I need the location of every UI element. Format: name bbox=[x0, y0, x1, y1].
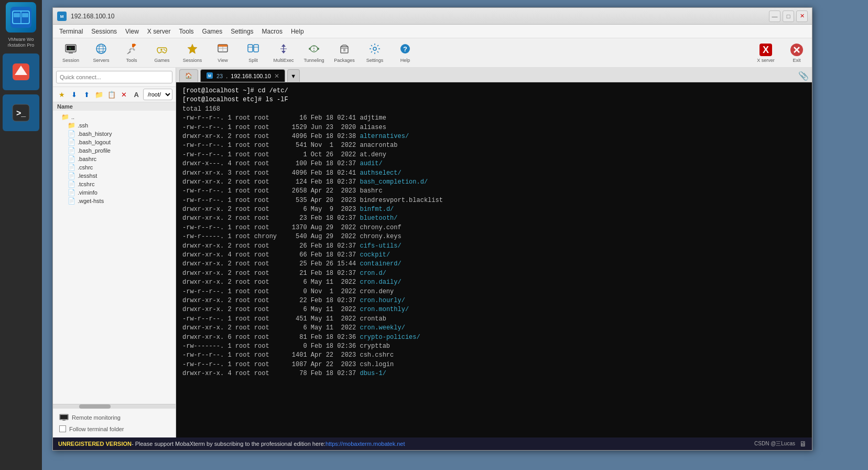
tree-item-bash-profile[interactable]: 📄 .bash_profile bbox=[53, 146, 176, 155]
tunneling-button[interactable]: Tunneling bbox=[299, 40, 329, 66]
view-icon bbox=[216, 42, 229, 57]
svg-point-23 bbox=[164, 49, 165, 50]
new-folder-button[interactable]: 📁 bbox=[93, 89, 105, 100]
tree-item-wget-hsts-label: .wget-hsts bbox=[78, 198, 104, 204]
sessions-button[interactable]: Sessions bbox=[178, 40, 207, 66]
packages-button[interactable]: Packages bbox=[330, 40, 359, 66]
terminal-line-1: [root@localhost ~]# cd /etc/ bbox=[182, 87, 806, 95]
download-button[interactable]: ⬇ bbox=[69, 89, 80, 100]
remote-monitoring-button[interactable]: Remote monitoring bbox=[56, 412, 172, 423]
games-button[interactable]: Games bbox=[147, 40, 177, 66]
copy-button[interactable]: 📋 bbox=[106, 89, 117, 100]
window-title: 192.168.100.10 bbox=[71, 13, 769, 20]
tab-close-button[interactable]: ✕ bbox=[274, 72, 279, 80]
view-label: View bbox=[218, 58, 227, 63]
tree-item-viminfo-label: .viminfo bbox=[78, 189, 97, 196]
packages-icon bbox=[338, 42, 351, 57]
tree-item-bash-profile-label: .bash_profile bbox=[78, 147, 111, 154]
text-format-button[interactable]: A bbox=[131, 89, 142, 100]
menu-terminal[interactable]: Terminal bbox=[55, 27, 87, 36]
tree-item-parent[interactable]: 📁 .. bbox=[53, 113, 176, 121]
tree-item-ssh-label: .ssh bbox=[78, 122, 88, 129]
status-link[interactable]: https://mobaxterm.mobatek.net bbox=[326, 441, 405, 447]
tools-button[interactable]: Tools bbox=[117, 40, 146, 66]
tree-item-ssh[interactable]: 📁 .ssh bbox=[53, 121, 176, 130]
settings-icon bbox=[368, 42, 381, 57]
split-label: Split bbox=[248, 58, 258, 63]
svg-rect-51 bbox=[60, 415, 68, 419]
terminal-line-9: drwxr-x---. 4 root root 100 Feb 18 02:37… bbox=[182, 159, 806, 168]
exit-button[interactable]: Exit bbox=[785, 42, 809, 63]
terminal-line-18: drwxr-xr-x. 2 root root 26 Feb 18 02:37 … bbox=[182, 242, 806, 251]
sidebar-scrollbar[interactable] bbox=[53, 404, 176, 408]
svg-rect-30 bbox=[248, 45, 253, 52]
settings-button[interactable]: Settings bbox=[360, 40, 389, 66]
tree-item-bash-history[interactable]: 📄 .bash_history bbox=[53, 130, 176, 138]
menu-view[interactable]: View bbox=[121, 27, 143, 36]
terminal-area: 🏠 M 23 . 192.168.100.10 ✕ ▼ bbox=[176, 68, 812, 437]
terminal-line-10: drwxr-xr-x. 3 root root 4096 Feb 18 02:4… bbox=[182, 169, 806, 178]
terminal-line-13: -rw-r--r--. 1 root root 535 Apr 20 2023 … bbox=[182, 196, 806, 205]
quick-connect-input[interactable] bbox=[56, 71, 172, 83]
menu-xserver[interactable]: X server bbox=[143, 27, 175, 36]
vmware-label: VMware Wo rkstation Pro bbox=[0, 37, 42, 48]
tree-item-bash-logout[interactable]: 📄 .bash_logout bbox=[53, 138, 176, 146]
menu-help[interactable]: Help bbox=[287, 27, 308, 36]
tree-item-tcshrc[interactable]: 📄 .tcshrc bbox=[53, 180, 176, 188]
file-icon-2: 📄 bbox=[68, 138, 75, 146]
upload-button[interactable]: ⬆ bbox=[81, 89, 92, 100]
xserver-button[interactable]: X X server bbox=[749, 42, 783, 63]
terminal-content[interactable]: [root@localhost ~]# cd /etc/ [root@local… bbox=[176, 82, 812, 437]
star-button[interactable]: ★ bbox=[56, 89, 68, 100]
tab-dropdown-button[interactable]: ▼ bbox=[287, 69, 300, 82]
split-icon bbox=[247, 42, 259, 57]
menu-tools[interactable]: Tools bbox=[175, 27, 198, 36]
close-button[interactable]: ✕ bbox=[796, 10, 808, 22]
tree-item-wget-hsts[interactable]: 📄 .wget-hsts bbox=[53, 197, 176, 205]
delete-button[interactable]: ✕ bbox=[118, 89, 130, 100]
menu-macros[interactable]: Macros bbox=[258, 27, 287, 36]
tree-item-lesshst-label: .lesshst bbox=[78, 173, 97, 179]
follow-terminal-checkbox[interactable] bbox=[59, 425, 66, 432]
tree-header: Name bbox=[53, 102, 176, 111]
servers-button[interactable]: Servers bbox=[86, 40, 116, 66]
vmware-tab-1[interactable] bbox=[3, 54, 39, 90]
tree-item-viminfo[interactable]: 📄 .viminfo bbox=[53, 188, 176, 197]
menu-sessions[interactable]: Sessions bbox=[87, 27, 121, 36]
tree-item-bash-logout-label: .bash_logout bbox=[78, 139, 111, 145]
path-selector[interactable]: /root/ bbox=[143, 89, 172, 100]
multiexec-icon bbox=[277, 42, 290, 57]
vmware-tab-2[interactable]: >_ bbox=[3, 94, 39, 131]
multiexec-button[interactable]: MultiExec bbox=[269, 40, 298, 66]
terminal-line-11: drwxr-xr-x. 2 root root 124 Feb 18 02:37… bbox=[182, 178, 806, 187]
session-tab[interactable]: M 23 . 192.168.100.10 ✕ bbox=[200, 69, 285, 82]
file-icon-6: 📄 bbox=[68, 172, 75, 179]
session-button[interactable]: $_ Session bbox=[56, 40, 85, 66]
home-icon: 🏠 bbox=[185, 72, 192, 79]
menu-games[interactable]: Games bbox=[198, 27, 227, 36]
tree-item-lesshst[interactable]: 📄 .lesshst bbox=[53, 172, 176, 180]
file-icon-7: 📄 bbox=[68, 180, 75, 188]
minimize-button[interactable]: — bbox=[769, 10, 780, 22]
svg-rect-41 bbox=[343, 49, 345, 51]
svg-rect-3 bbox=[14, 13, 20, 17]
maximize-button[interactable]: □ bbox=[783, 10, 794, 22]
file-tree[interactable]: 📁 .. 📁 .ssh 📄 .bash_history 📄 .bash_logo… bbox=[53, 111, 176, 404]
view-button[interactable]: View bbox=[208, 40, 237, 66]
menu-settings[interactable]: Settings bbox=[226, 27, 257, 36]
tree-item-tcshrc-label: .tcshrc bbox=[78, 181, 94, 187]
home-tab[interactable]: 🏠 bbox=[179, 69, 198, 82]
help-button[interactable]: ? Help bbox=[390, 40, 420, 66]
vmware-logo[interactable] bbox=[6, 2, 36, 33]
follow-terminal-label: Follow terminal folder bbox=[69, 426, 124, 432]
games-label: Games bbox=[154, 58, 169, 63]
tree-item-cshrc[interactable]: 📄 .cshrc bbox=[53, 163, 176, 172]
file-icon-5: 📄 bbox=[68, 164, 75, 171]
servers-icon bbox=[95, 42, 107, 57]
sidebar-scrollbar-thumb[interactable] bbox=[79, 404, 111, 409]
clipboard-icon[interactable]: 📎 bbox=[798, 71, 809, 81]
split-button[interactable]: Split bbox=[238, 40, 268, 66]
tree-item-bashrc[interactable]: 📄 .bashrc bbox=[53, 155, 176, 163]
terminal-line-7: -rw-r--r--. 1 root root 541 Nov 1 2022 a… bbox=[182, 141, 806, 150]
terminal-line-8: -rw-r--r--. 1 root root 1 Oct 26 2022 at… bbox=[182, 151, 806, 159]
